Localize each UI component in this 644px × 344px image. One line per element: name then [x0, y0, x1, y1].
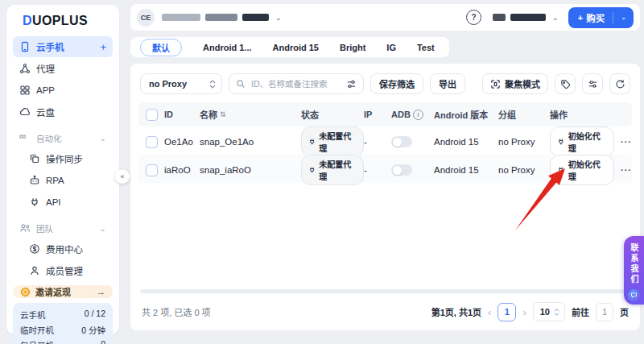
row-more-button[interactable]: ··· — [621, 137, 632, 147]
goto-page-input[interactable]: 1 — [596, 303, 613, 321]
row-checkbox[interactable] — [146, 164, 158, 176]
init-proxy-button[interactable]: 初始化代理 — [550, 155, 614, 185]
tag-icon — [560, 79, 571, 89]
sidebar-section-team[interactable]: 团队 ⌄ — [13, 218, 113, 238]
sidebar-item-label: 操作同步 — [46, 152, 83, 165]
horizontal-scrollbar[interactable] — [140, 289, 630, 293]
page-size-select[interactable]: 10 — [533, 302, 565, 321]
sidebar-item-cloud-disk[interactable]: 云盘 — [13, 102, 113, 122]
sidebar-item-app[interactable]: APP — [13, 80, 113, 101]
contact-us-label: 联系我们 — [628, 243, 640, 285]
invite-label: 邀请返现 — [35, 285, 71, 298]
current-page-button[interactable]: 1 — [497, 303, 516, 321]
sidebar-item-cost-center[interactable]: 费用中心 — [13, 238, 113, 259]
contact-us-tab[interactable]: 联系我们 — [624, 236, 644, 305]
search-icon — [236, 79, 246, 89]
tab-default[interactable]: 默认 — [140, 39, 182, 56]
prev-page-button[interactable]: ‹ — [488, 306, 491, 318]
plug-icon — [557, 138, 565, 146]
cell-name[interactable]: snap_Oe1Ao — [200, 137, 301, 147]
tab-android-14[interactable]: Android 1... — [203, 43, 252, 52]
arrow-right-icon: → — [97, 287, 105, 296]
advanced-filter-icon[interactable] — [346, 79, 357, 89]
select-all-checkbox[interactable] — [146, 109, 158, 121]
row-checkbox[interactable] — [146, 136, 158, 148]
proxy-filter-select[interactable]: no Proxy — [140, 73, 222, 94]
sidebar-section-label: 自动化 — [36, 132, 62, 144]
sidebar-item-proxy[interactable]: 代理 — [13, 58, 113, 79]
robot-icon — [29, 175, 40, 186]
col-ip: IP — [364, 110, 372, 119]
column-settings-button[interactable] — [582, 73, 603, 94]
search-input[interactable] — [250, 78, 342, 89]
adb-toggle[interactable] — [391, 136, 412, 147]
cell-name[interactable]: snap_iaRoO — [200, 165, 301, 175]
col-name[interactable]: 名称 — [200, 108, 217, 121]
save-filter-button[interactable]: 保存筛选 — [370, 73, 423, 94]
add-phone-icon[interactable]: + — [100, 41, 106, 53]
col-adb: ADB — [391, 110, 411, 119]
toolbar: no Proxy 保存筛选 导出 聚焦模式 — [140, 73, 630, 94]
sidebar-item-operation-sync[interactable]: 操作同步 — [13, 148, 113, 169]
redacted-workspace-name — [205, 14, 237, 21]
tag-button[interactable] — [555, 73, 576, 94]
table-row: Oe1Ao snap_Oe1Ao 未配置代理 - Android 15 no P… — [138, 126, 632, 155]
table-row: iaRoO snap_iaRoO 未配置代理 - Android 15 no P… — [138, 155, 632, 183]
infinity-icon: ∞ — [19, 132, 31, 143]
cell-ip: - — [364, 165, 391, 175]
sidebar-item-label: API — [46, 197, 61, 207]
invite-cashback-banner[interactable]: 邀请返现 → — [13, 285, 113, 298]
redacted-workspace-name — [162, 14, 200, 21]
page-unit-label: 页 — [620, 305, 629, 318]
member-icon — [29, 265, 40, 276]
export-button[interactable]: 导出 — [430, 73, 465, 94]
refresh-icon — [615, 79, 625, 89]
buy-label: 购买 — [586, 11, 605, 24]
focus-mode-button[interactable]: 聚焦模式 — [482, 73, 548, 94]
page-size-value: 10 — [540, 307, 550, 317]
app-logo: DUOPLUS — [6, 5, 119, 36]
row-more-button[interactable]: ··· — [621, 165, 632, 175]
chevron-down-icon[interactable]: ⌄ — [275, 14, 282, 22]
buy-dropdown-chevron-icon[interactable]: ⌄ — [613, 14, 634, 21]
sidebar-item-cloud-phone[interactable]: 云手机 + — [13, 36, 113, 57]
group-tabs: 默认 Android 1... Android 15 Bright IG Tes… — [130, 37, 449, 57]
plus-icon: + — [578, 13, 584, 23]
tab-ig[interactable]: IG — [386, 43, 396, 52]
tab-test[interactable]: Test — [417, 43, 435, 52]
plug-icon — [557, 166, 565, 174]
refresh-button[interactable] — [609, 73, 630, 94]
sync-icon — [29, 153, 40, 164]
chevron-down-icon[interactable]: ⌄ — [552, 14, 559, 22]
app-grid-icon — [19, 85, 31, 96]
tab-bright[interactable]: Bright — [340, 43, 365, 52]
sidebar-item-label: 费用中心 — [46, 242, 83, 255]
select-caret-icon — [554, 309, 559, 316]
goto-label: 前往 — [572, 305, 589, 318]
tab-android-15[interactable]: Android 15 — [273, 43, 319, 52]
quota-stats-panel: 云手机0 / 12 临时开机0 分钟 包月开机0 云盘1015.99MB / 5… — [13, 303, 113, 344]
sidebar-collapse-button[interactable]: « — [115, 169, 130, 184]
plug-icon — [308, 166, 316, 174]
sort-icon[interactable]: ⇅ — [220, 110, 226, 118]
sidebar-item-label: 成员管理 — [46, 264, 83, 277]
sidebar-nav: 云手机 + 代理 APP 云盘 ∞ 自动化 ⌄ 操作同步 RPA — [6, 36, 119, 282]
sidebar-section-automation[interactable]: ∞ 自动化 ⌄ — [13, 128, 113, 147]
top-header: CE ⌄ ? ⌄ +购买 ⌄ — [130, 4, 640, 31]
help-icon[interactable]: ? — [466, 10, 481, 25]
col-id: ID — [164, 110, 173, 119]
pagination-bar: 共 2 项, 已选 0 项 第1页, 共1页 ‹ 1 › 10 前往 1 页 — [138, 298, 632, 330]
sidebar-item-member-management[interactable]: 成员管理 — [13, 260, 113, 281]
sidebar-item-api[interactable]: API — [13, 192, 113, 213]
redacted-account-info — [493, 14, 506, 21]
buy-button[interactable]: +购买 ⌄ — [568, 7, 634, 28]
info-icon[interactable]: i — [413, 110, 423, 120]
sidebar-item-rpa[interactable]: RPA — [13, 170, 113, 191]
next-page-button[interactable]: › — [522, 306, 526, 318]
adb-toggle[interactable] — [391, 164, 412, 176]
main-panel: no Proxy 保存筛选 导出 聚焦模式 ID — [130, 64, 640, 330]
init-proxy-button[interactable]: 初始化代理 — [550, 126, 614, 157]
chevron-down-icon: ⌄ — [100, 224, 106, 233]
cell-group: no Proxy — [498, 165, 550, 175]
workspace-avatar[interactable]: CE — [137, 9, 155, 27]
